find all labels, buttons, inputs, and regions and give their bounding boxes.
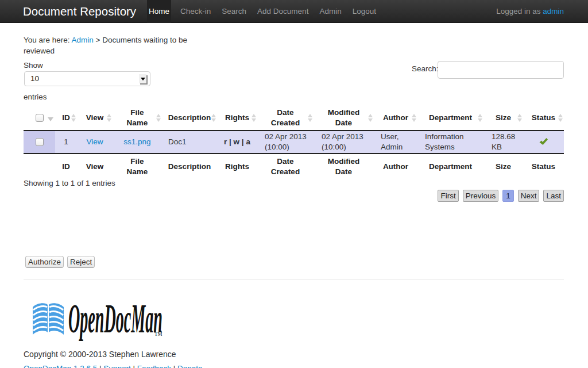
svg-text:OpenDocMan: OpenDocMan — [68, 300, 163, 342]
svg-text:TM: TM — [154, 331, 163, 337]
